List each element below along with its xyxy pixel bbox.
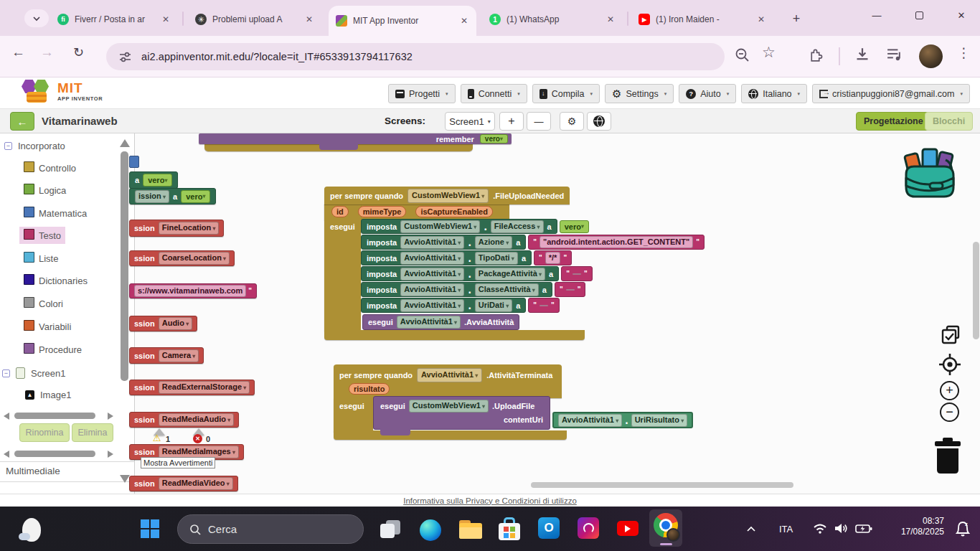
menu-account[interactable]: cristianpuggioni87@gmail.com: [812, 84, 970, 103]
property-dropdown[interactable]: ission: [135, 190, 169, 203]
browser-tab-appinventor[interactable]: MIT App Inventor ✕: [329, 6, 476, 36]
collapse-icon[interactable]: [2, 369, 10, 377]
block-permission-readexternalstorage[interactable]: ssion ReadExternalStorage: [129, 380, 255, 395]
task-view-icon[interactable]: [380, 520, 402, 539]
volume-icon[interactable]: [834, 522, 848, 534]
palette-vscrollbar[interactable]: [121, 151, 128, 381]
property-dropdown[interactable]: ClasseAttività: [475, 283, 539, 296]
backpack-icon[interactable]: [901, 146, 958, 204]
wifi-icon[interactable]: [813, 523, 827, 534]
start-button[interactable]: [141, 519, 159, 538]
block-event-fileuploadneeded[interactable]: per sempre quando CustomWebView1 .FileUp…: [324, 187, 570, 204]
menu-compila[interactable]: ↓Compila: [532, 84, 600, 103]
block-set-tipodati[interactable]: imposta AvvioAttività1 TipoDati a */*: [361, 250, 572, 265]
property-dropdown[interactable]: FileAccess: [491, 220, 544, 233]
menu-aiuto[interactable]: ?Aiuto: [679, 84, 736, 103]
component-dropdown[interactable]: AvvioAttività1: [417, 368, 482, 382]
palette-item-variabili[interactable]: Variabili: [39, 321, 71, 332]
component-dropdown[interactable]: AvvioAttività1: [400, 283, 464, 296]
permission-dropdown[interactable]: Camera: [159, 349, 199, 362]
string-block[interactable]: [528, 298, 560, 313]
tab-search-chevron-icon[interactable]: [24, 9, 49, 27]
project-properties-icon[interactable]: ⚙: [560, 112, 584, 131]
component-dropdown[interactable]: AvvioAttività1: [400, 252, 464, 265]
notification-bell-icon[interactable]: z: [954, 520, 971, 539]
component-dropdown[interactable]: CustomWebView1: [400, 220, 480, 233]
taskbar-clock[interactable]: 08:37 17/08/2025: [875, 516, 944, 537]
string-block[interactable]: [561, 266, 593, 281]
permission-dropdown[interactable]: FineLocation: [159, 222, 220, 235]
component-dropdown[interactable]: CustomWebView1: [407, 189, 489, 203]
block-get-uririsultato[interactable]: AvvioAttività1 UriRisultato: [552, 412, 693, 428]
trash-icon[interactable]: [931, 436, 964, 478]
back-icon[interactable]: ←: [11, 44, 25, 60]
designer-view-button[interactable]: Progettazione: [856, 112, 931, 131]
canvas-vscrollbar[interactable]: [973, 242, 979, 339]
block-permission-coarselocation[interactable]: ssion CoarseLocation: [129, 250, 235, 266]
menu-connetti[interactable]: Connetti: [461, 84, 527, 103]
block-permission-audio[interactable]: ssion Audio: [129, 316, 197, 331]
menu-progetti[interactable]: Progetti: [388, 84, 456, 103]
permission-dropdown[interactable]: CoarseLocation: [159, 252, 230, 265]
tray-chevron-icon[interactable]: [746, 526, 756, 532]
param-mimetype[interactable]: mimeType: [358, 206, 407, 217]
window-maximize-button[interactable]: [903, 0, 936, 30]
string-value[interactable]: s://www.vitamarinaweb.com: [134, 285, 246, 297]
string-block[interactable]: */*: [534, 250, 572, 265]
taskbar-search[interactable]: Cerca: [177, 514, 364, 544]
window-minimize-button[interactable]: —: [860, 0, 893, 30]
boolean-dropdown[interactable]: vero: [560, 220, 589, 233]
palette-screen-node[interactable]: Screen1: [2, 367, 65, 379]
block-permission-readmediavideo[interactable]: ssion ReadMediaVideo: [129, 476, 238, 491]
string-value[interactable]: [566, 289, 575, 291]
component-dropdown[interactable]: AvvioAttività1: [400, 299, 464, 312]
blocks-view-button[interactable]: Blocchi: [925, 112, 973, 131]
permission-dropdown[interactable]: ReadMediaAudio: [159, 413, 234, 426]
block-call-uploadfile[interactable]: esegui CustomWebView1 .UploadFile conten…: [373, 396, 550, 430]
warning-icon[interactable]: ⚠: [153, 433, 161, 443]
zoom-out-icon[interactable]: [735, 47, 750, 66]
tab-close-icon[interactable]: ✕: [304, 14, 314, 24]
property-dropdown[interactable]: PackageAttività: [475, 268, 545, 281]
block-setter-permission-fragment[interactable]: ission a vero: [129, 188, 216, 204]
block-event-attivitaterminata[interactable]: per sempre quando AvvioAttività1 .Attivi…: [339, 368, 552, 382]
block-blue-fragment[interactable]: [129, 156, 139, 168]
scroll-left-icon[interactable]: [4, 413, 9, 420]
component-dropdown[interactable]: AvvioAttività1: [400, 268, 464, 281]
menu-settings[interactable]: ⚙Settings: [605, 84, 674, 103]
scroll-left-icon[interactable]: [4, 451, 9, 458]
palette-item-testo[interactable]: Testo: [39, 230, 61, 241]
rename-button[interactable]: Rinomina: [19, 423, 70, 442]
tab-close-icon[interactable]: ✕: [459, 16, 469, 26]
address-bar[interactable]: ai2.appinventor.mit.edu/?locale=it_IT#65…: [106, 43, 725, 70]
property-dropdown[interactable]: Azione: [475, 236, 512, 249]
url-text[interactable]: ai2.appinventor.mit.edu/?locale=it_IT#65…: [141, 51, 413, 62]
component-dropdown[interactable]: AvvioAttività1: [400, 236, 464, 249]
profile-avatar[interactable]: [919, 44, 943, 68]
permission-dropdown[interactable]: ReadMediaVideo: [159, 477, 233, 490]
error-icon[interactable]: ✕: [193, 434, 202, 443]
center-target-icon[interactable]: [938, 353, 961, 379]
property-dropdown[interactable]: TipoDati: [475, 252, 518, 265]
palette-item-logica[interactable]: Logica: [39, 185, 66, 196]
palette-root-node[interactable]: Incorporato: [4, 141, 65, 151]
permission-dropdown[interactable]: ReadExternalStorage: [159, 381, 250, 394]
zoom-in-button[interactable]: +: [940, 381, 959, 400]
edge-icon[interactable]: [420, 519, 441, 541]
browser-tab-chatgpt[interactable]: ✳ Problemi upload A ✕: [188, 7, 321, 32]
add-screen-button[interactable]: +: [499, 112, 524, 131]
podcast-app-icon[interactable]: [578, 517, 599, 539]
boolean-dropdown[interactable]: vero: [143, 174, 172, 187]
block-call-avviaattivita[interactable]: esegui AvvioAttività1 .AvviaAttività: [362, 314, 519, 330]
string-value[interactable]: [573, 273, 581, 275]
window-close-button[interactable]: ✕: [945, 0, 978, 30]
scroll-right-icon[interactable]: [108, 413, 113, 420]
block-permission-camera[interactable]: ssion Camera: [129, 347, 204, 364]
string-value[interactable]: "android.intent.action.GET_CONTENT": [540, 236, 693, 248]
youtube-taskbar-icon[interactable]: [617, 521, 639, 536]
browser-menu-icon[interactable]: ⋮: [957, 44, 971, 61]
chrome-taskbar-icon[interactable]: [649, 509, 682, 547]
back-to-projects-button[interactable]: ←: [10, 112, 34, 131]
extensions-icon[interactable]: [808, 47, 823, 65]
block-set-packageattivita[interactable]: imposta AvvioAttività1 PackageAttività a: [361, 266, 593, 281]
